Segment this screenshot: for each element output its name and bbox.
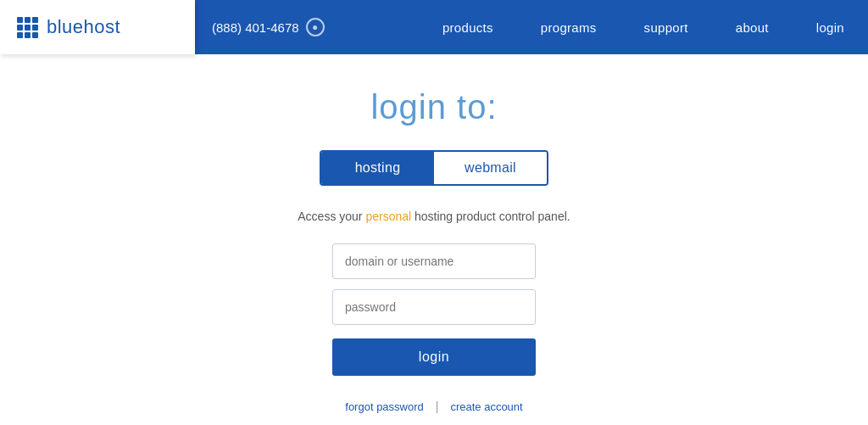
logo-text: bluehost: [47, 16, 120, 38]
logo-grid-icon: [17, 17, 38, 38]
password-input[interactable]: [332, 289, 536, 325]
nav-item-support[interactable]: support: [620, 0, 712, 54]
phone-number: (888) 401-4678: [212, 20, 299, 35]
main-content: login to: hosting webmail Access your pe…: [0, 54, 868, 413]
nav-item-products[interactable]: products: [419, 0, 517, 54]
footer-divider: |: [436, 400, 439, 413]
tab-hosting[interactable]: hosting: [321, 152, 434, 184]
header: bluehost (888) 401-4678 ● products progr…: [0, 0, 868, 54]
nav-item-programs[interactable]: programs: [517, 0, 620, 54]
nav-bar: products programs support about login: [364, 0, 868, 54]
create-account-link[interactable]: create account: [450, 400, 522, 413]
login-title: login to:: [370, 88, 497, 126]
nav-item-about[interactable]: about: [712, 0, 793, 54]
description-text: Access your personal hosting product con…: [298, 210, 570, 223]
login-form: login: [0, 243, 868, 376]
description-before: Access your: [298, 210, 365, 223]
footer-links: forgot password | create account: [345, 400, 522, 413]
description-after: hosting product control panel.: [411, 210, 570, 223]
logo-area: bluehost: [0, 0, 195, 54]
username-input[interactable]: [332, 243, 536, 279]
description-highlight: personal: [365, 210, 411, 223]
login-tabs: hosting webmail: [320, 150, 548, 186]
chat-icon[interactable]: ●: [306, 18, 325, 36]
nav-item-login[interactable]: login: [793, 0, 868, 54]
login-button[interactable]: login: [332, 338, 536, 376]
forgot-password-link[interactable]: forgot password: [345, 400, 424, 413]
phone-area: (888) 401-4678 ●: [195, 0, 364, 54]
tab-webmail[interactable]: webmail: [434, 152, 547, 184]
